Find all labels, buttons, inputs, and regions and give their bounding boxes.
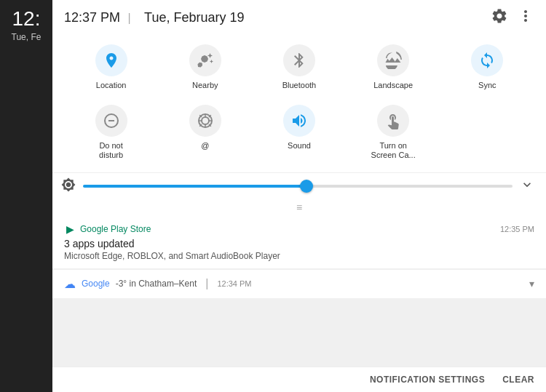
dnd-icon [95, 105, 127, 137]
clear-button[interactable]: CLEAR [502, 375, 534, 385]
play-store-icon: ▶ [64, 223, 76, 235]
sound-icon [283, 105, 315, 137]
tile-at[interactable]: @ [169, 99, 242, 166]
google-cloud-icon: ☁ [64, 277, 76, 291]
tile-dnd-label: Do notdisturb [99, 141, 123, 160]
svg-point-2 [202, 117, 209, 124]
header-time: 12:37 PM [64, 10, 120, 25]
notif2-app-name: Google [82, 279, 110, 289]
notif-title-play: 3 apps updated [64, 238, 534, 249]
quick-tiles: Location Nearby Bluetooth [52, 33, 546, 172]
divider-lines-icon: ≡ [296, 201, 302, 213]
header-actions [491, 7, 534, 28]
notification-play-store[interactable]: ▶ Google Play Store 12:35 PM 3 apps upda… [52, 216, 546, 268]
tile-screencast[interactable]: Turn onScreen Ca... [357, 99, 430, 166]
settings-icon[interactable] [491, 7, 508, 28]
tile-screencast-label: Turn onScreen Ca... [371, 141, 416, 160]
tile-location[interactable]: Location [75, 39, 148, 96]
tile-bluetooth-label: Bluetooth [282, 81, 316, 90]
sync-icon [471, 44, 503, 76]
at-icon [189, 105, 221, 137]
panel-header: 12:37 PM | Tue, February 19 [52, 0, 546, 33]
tile-sync-label: Sync [478, 81, 496, 90]
tile-location-label: Location [96, 81, 127, 90]
left-time: 12: [12, 9, 41, 29]
tile-sound[interactable]: Sound [263, 99, 336, 166]
tile-at-label: @ [201, 141, 209, 151]
header-separator: | [128, 12, 131, 24]
divider: ≡ [52, 200, 546, 216]
header-datetime: 12:37 PM | Tue, February 19 [64, 10, 245, 25]
bluetooth-icon [283, 44, 315, 76]
tiles-row-1: Location Nearby Bluetooth [64, 39, 534, 96]
left-date: Tue, Fe [12, 32, 41, 42]
brightness-row [52, 172, 546, 200]
notif2-separator: | [205, 277, 208, 290]
notification-google[interactable]: ☁ Google -3° in Chatham–Kent | 12:34 PM … [52, 269, 546, 298]
screencast-icon [377, 105, 409, 137]
tile-nearby-label: Nearby [192, 81, 218, 90]
tile-sound-label: Sound [288, 141, 311, 151]
tile-dnd[interactable]: Do notdisturb [75, 99, 148, 166]
more-icon[interactable] [517, 7, 534, 28]
tile-nearby[interactable]: Nearby [169, 39, 242, 96]
brightness-thumb[interactable] [300, 180, 313, 193]
header-date: Tue, February 19 [144, 10, 244, 25]
notifications-list: ▶ Google Play Store 12:35 PM 3 apps upda… [52, 216, 546, 367]
notif-time-play: 12:35 PM [500, 225, 534, 233]
notif2-time: 12:34 PM [217, 279, 251, 288]
left-sidebar: 12: Tue, Fe [0, 0, 52, 392]
notif-app-name-play: Google Play Store [80, 224, 151, 234]
notification-panel: 12:37 PM | Tue, February 19 Location [52, 0, 546, 392]
notif2-info: -3° in Chatham–Kent [116, 279, 197, 289]
landscape-icon [377, 44, 409, 76]
location-icon [95, 44, 127, 76]
brightness-slider[interactable] [83, 185, 513, 188]
nearby-icon [189, 44, 221, 76]
brightness-icon [61, 177, 76, 196]
footer-actions: NOTIFICATION SETTINGS CLEAR [52, 367, 546, 392]
tiles-row-2: Do notdisturb @ Sound Turn [64, 99, 534, 166]
notif-body-play: Microsoft Edge, ROBLOX, and Smart AudioB… [64, 251, 534, 261]
notif2-expand-icon[interactable]: ▾ [529, 278, 534, 289]
expand-icon[interactable] [520, 177, 534, 196]
tile-sync[interactable]: Sync [451, 39, 523, 96]
notification-settings-button[interactable]: NOTIFICATION SETTINGS [370, 375, 485, 385]
notif-header-play: ▶ Google Play Store 12:35 PM [64, 223, 534, 235]
tile-landscape-label: Landscape [373, 81, 413, 90]
tile-landscape[interactable]: Landscape [357, 39, 430, 96]
tile-bluetooth[interactable]: Bluetooth [263, 39, 336, 96]
